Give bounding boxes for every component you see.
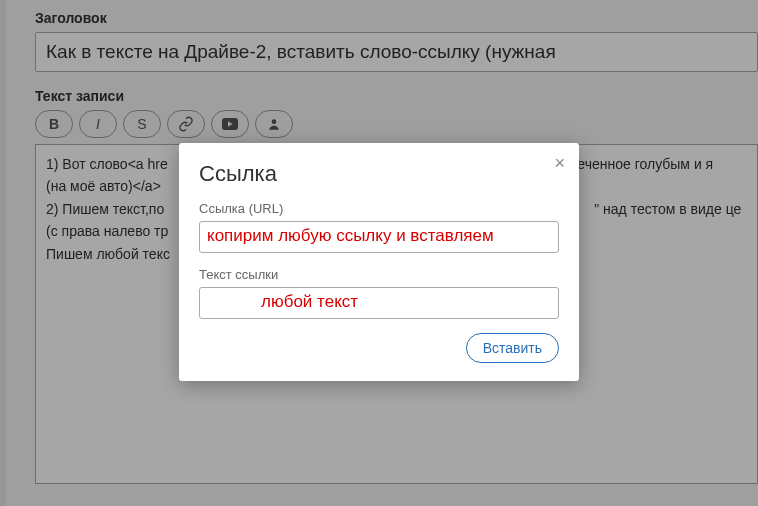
modal-overlay[interactable]: × Ссылка Ссылка (URL) копирим любую ссыл… — [0, 0, 758, 506]
url-input-wrap: копирим любую ссылку и вставляем — [199, 221, 559, 253]
link-text-label: Текст ссылки — [199, 267, 559, 282]
link-text-input[interactable] — [199, 287, 559, 319]
text-input-wrap: любой текст — [199, 287, 559, 319]
url-label: Ссылка (URL) — [199, 201, 559, 216]
modal-title: Ссылка — [199, 161, 559, 187]
modal-footer: Вставить — [199, 333, 559, 363]
insert-button-label: Вставить — [483, 340, 542, 356]
close-icon: × — [554, 153, 565, 173]
url-input[interactable] — [199, 221, 559, 253]
close-button[interactable]: × — [554, 153, 565, 174]
link-modal: × Ссылка Ссылка (URL) копирим любую ссыл… — [179, 143, 579, 381]
insert-button[interactable]: Вставить — [466, 333, 559, 363]
